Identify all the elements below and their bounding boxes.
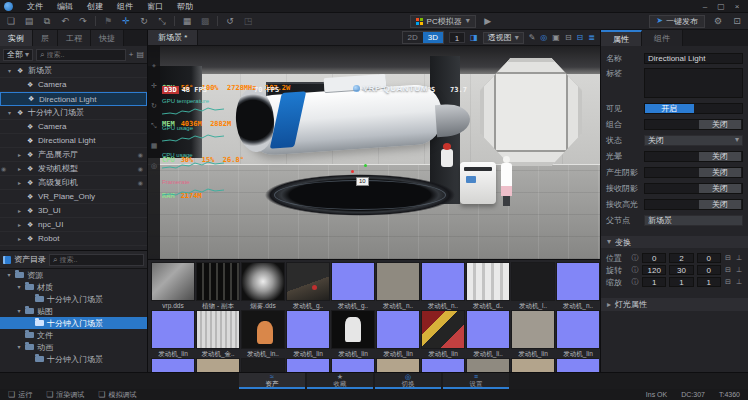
inspector-tab[interactable]: 属性 [601,30,642,46]
field-toggle[interactable]: 开启 [644,103,743,114]
hierarchy-row[interactable]: ◉ ▾ ❖ 新场景 ◉ [0,64,147,78]
asset-search[interactable]: ⌕ [49,254,144,266]
hierarchy-search-input[interactable] [47,51,122,58]
asset-search-input[interactable] [59,256,140,263]
gizmo-y-handle[interactable] [364,164,367,167]
left-tab[interactable]: 快捷 [91,30,124,46]
snapshot-icon[interactable]: ▣ [552,34,560,42]
menu-item[interactable]: 创建 [80,1,110,12]
asset-tree-row[interactable]: 十分钟入门场景 [0,353,147,365]
y-value-field[interactable]: 1 [669,277,693,287]
status-item[interactable]: ❏ 模拟调试 [98,390,136,400]
focus-icon[interactable]: ◎ [151,162,157,169]
hierarchy-row[interactable]: ◉ ❖ VR_Plane_Only ◉ [0,190,147,204]
menu-item[interactable]: 帮助 [170,1,200,12]
hierarchy-row[interactable]: ◉ ▸ ❖ 3D_UI ◉ [0,204,147,218]
asset-thumbnail[interactable] [196,358,240,372]
asset-tree-row[interactable]: ▾ 贴图 [0,305,147,317]
asset-thumbnail[interactable] [286,358,330,372]
left-tab[interactable]: 层 [33,30,58,46]
hierarchy-row[interactable]: ◉ ▾ ❖ 十分钟入门场景 ◉ [0,106,147,120]
menu-item[interactable]: 窗口 [140,1,170,12]
asset-thumbnail[interactable]: 植物 - 副本 [196,262,240,310]
redo-icon[interactable]: ↷ [77,16,89,26]
camera-count-field[interactable]: 1 [449,32,465,43]
small-robot-model[interactable] [441,149,453,167]
asset-thumbnail[interactable]: 发动机_lin [421,310,465,358]
bottom-tab[interactable]: ≈ 资产 [239,373,305,389]
hierarchy-filter-dropdown[interactable]: 全部 ▾ [3,49,33,61]
field-chip[interactable]: 关闭 [644,167,743,178]
eye-icon[interactable]: ◉ [1,166,6,172]
rotate-tool-icon[interactable]: ↻ [138,16,150,26]
eye-icon[interactable]: ◉ [138,152,143,158]
undo-icon[interactable]: ↶ [59,16,71,26]
gear-icon[interactable]: ⚙ [712,16,724,26]
asset-thumbnail[interactable] [151,358,195,372]
asset-tree-row[interactable]: 文件 [0,329,147,341]
move-tool-icon[interactable]: ✛ [120,16,132,26]
hierarchy-row[interactable]: ◉ ❖ Directional Light ◉ [0,92,147,106]
x-value-field[interactable]: 1 [642,277,666,287]
ground-icon[interactable]: ⊥ [735,254,743,262]
menu-item[interactable]: 文件 [20,1,50,12]
y-value-field[interactable]: 30 [669,265,693,275]
copier-model[interactable] [460,162,496,204]
asset-thumbnail[interactable]: 发动机_lin [376,310,420,358]
hierarchy-row[interactable]: ◉ ❖ Camera ◉ [0,120,147,134]
history-icon[interactable]: ↺ [224,16,236,26]
z-value-field[interactable]: 0 [697,253,721,263]
asset-thumbnail[interactable]: 发动机_li.. [466,310,510,358]
asset-thumbnail[interactable]: 发动机_l.. [511,262,555,310]
status-item[interactable]: ❏ 运行 [8,390,32,400]
left-tab[interactable]: 实例 [0,30,33,46]
field-textarea[interactable] [644,68,743,98]
y-value-field[interactable]: 2 [669,253,693,263]
hierarchy-row[interactable]: ◉ ❖ Camera ◉ [0,78,147,92]
plugin-icon[interactable]: ◳ [242,16,254,26]
npc-figure-model[interactable] [500,156,513,206]
eye-icon[interactable]: ◉ [138,180,143,186]
select-tool-icon[interactable]: ⚑ [102,16,114,26]
x-value-field[interactable]: 0 [642,253,666,263]
hierarchy-row[interactable]: ◉ ▸ ❖ 发动机模型 ◉ [0,162,147,176]
gizmo-lock-icon[interactable]: ⊟ [577,34,584,42]
asset-thumbnail[interactable]: 发动机_d.. [466,262,510,310]
asset-thumbnail[interactable]: 发动机_in.. [241,310,285,358]
asset-thumbnail[interactable]: 发动机_lin [556,310,600,358]
gizmo-x-handle[interactable] [351,170,354,173]
eye-icon[interactable]: ◉ [138,166,143,172]
mode-2d-button[interactable]: 2D [403,32,423,43]
z-value-field[interactable]: 0 [697,265,721,275]
inspector-tab[interactable]: 组件 [642,30,683,46]
grid-view-icon[interactable]: ▩ [199,16,211,26]
publish-button[interactable]: ➤ 一键发布 [649,15,705,28]
asset-thumbnail[interactable]: 发动机_金.. [196,310,240,358]
asset-thumbnail[interactable]: 发动机_lin [286,310,330,358]
hand-tool-icon[interactable]: ⌖ [152,62,156,69]
lock-icon[interactable]: ⊟ [724,278,732,286]
field-chip[interactable]: 关闭 [644,119,743,130]
asset-tree-row[interactable]: 十分钟入门场景 [0,293,147,305]
save-all-icon[interactable]: ⧉ [41,16,53,27]
lock-icon[interactable]: ⊟ [724,266,732,274]
stats-icon[interactable]: ≣ [588,34,595,42]
hierarchy-row[interactable]: ◉ ▸ ❖ npc_UI ◉ [0,218,147,232]
new-file-icon[interactable]: ❏ [5,16,17,26]
asset-thumbnail[interactable]: 发动机_lin [511,310,555,358]
mode-3d-button[interactable]: 3D [423,32,443,43]
asset-thumbnail[interactable]: 发动机_g.. [331,262,375,310]
close-button[interactable]: × [730,2,744,11]
asset-thumbnail[interactable] [331,358,375,372]
camera-icon[interactable]: ◨ [470,34,478,42]
asset-thumbnail[interactable]: vrp.dds [151,262,195,310]
hierarchy-row[interactable]: ◉ ❖ Directional Light ◉ [0,134,147,148]
table-view-icon[interactable]: ▦ [181,16,193,26]
grid-toggle-icon[interactable]: ▦ [151,142,158,149]
asset-thumbnail[interactable] [376,358,420,372]
dimension-toggle[interactable]: 2D 3D [402,31,444,44]
list-options-icon[interactable]: ▤ [136,51,144,59]
restore-button[interactable]: ▢ [714,2,728,11]
globe-icon[interactable]: ◎ [540,34,547,42]
field-input[interactable]: 新场景 [644,215,743,226]
